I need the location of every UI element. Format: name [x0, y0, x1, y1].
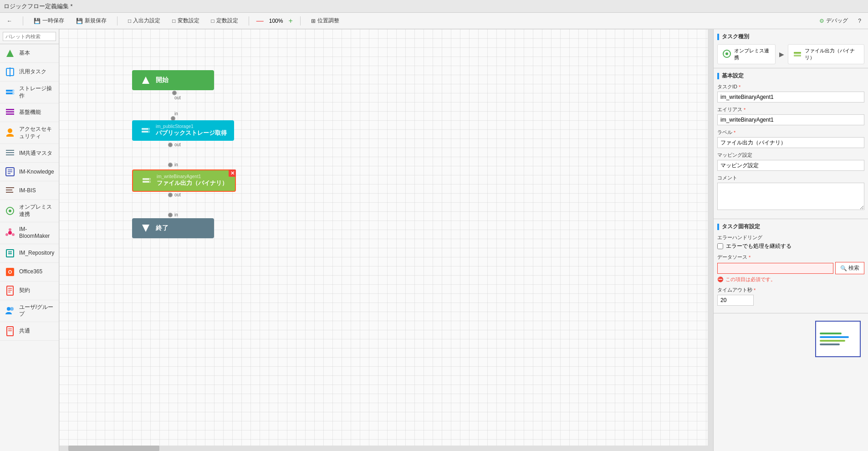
- canvas-scrollbar-horizontal[interactable]: [59, 446, 713, 451]
- imkyotsuu-icon: [5, 148, 15, 159]
- svg-point-35: [7, 307, 10, 311]
- sidebar-item-imbis[interactable]: IM-BIS: [0, 181, 59, 200]
- temp-save-icon: 💾: [34, 18, 41, 24]
- connector-end-in: in: [168, 212, 178, 217]
- onpure-icon: [5, 205, 15, 216]
- task-type-row: オンプレミス連携 ▶ ファイル出力（バイナリ）: [717, 44, 864, 64]
- sidebar-item-user[interactable]: ユーザ/グループ: [0, 300, 59, 322]
- node-end[interactable]: 終了: [132, 218, 214, 238]
- toolbar-sep-1: [23, 16, 23, 26]
- canvas-scrollbar-vertical[interactable]: [708, 29, 713, 446]
- alias-input[interactable]: [717, 114, 864, 125]
- sidebar-item-office[interactable]: O Office365: [0, 263, 59, 282]
- io-settings-button[interactable]: □ 入出力設定: [125, 15, 163, 26]
- zoom-minus-button[interactable]: —: [256, 17, 264, 25]
- sidebar-item-imknowledge[interactable]: IM-Knowledge: [0, 163, 59, 181]
- task-specific-section: タスク固有設定 エラーハンドリング エラーでも処理を継続する データソース *: [714, 219, 868, 313]
- timeout-input[interactable]: [717, 295, 754, 306]
- error-handling-checkbox[interactable]: [717, 243, 723, 249]
- section-bar-2: [717, 73, 719, 79]
- datasource-input[interactable]: [717, 263, 833, 274]
- section-bar-1: [717, 34, 719, 40]
- svg-point-47: [149, 178, 151, 179]
- task-specific-title: タスク固有設定: [717, 223, 864, 231]
- sidebar-search-input[interactable]: [3, 32, 56, 41]
- connector-storage-out: out: [168, 142, 181, 147]
- temp-save-button[interactable]: 💾 一時保存: [31, 15, 67, 26]
- svg-marker-0: [6, 50, 14, 57]
- sidebar-item-storage[interactable]: ストレージ操作: [0, 82, 59, 103]
- sidebar-item-imkyotsuu[interactable]: IM共通マスタ: [0, 144, 59, 163]
- zoom-plus-button[interactable]: +: [288, 17, 292, 25]
- io-icon: □: [128, 18, 131, 24]
- position-adjust-button[interactable]: ⊞ 位置調整: [308, 15, 342, 26]
- toolbar-sep-2: [117, 16, 117, 26]
- node-close-button[interactable]: ✕: [229, 169, 236, 177]
- timeout-required-star: *: [754, 287, 756, 293]
- connector-dot-in-2: [168, 163, 173, 167]
- sidebar-item-kiban[interactable]: 基盤機能: [0, 103, 59, 122]
- sidebar-item-imrepo[interactable]: IM_Repository: [0, 244, 59, 263]
- svg-rect-11: [6, 152, 14, 153]
- sidebar-item-kyotsuu[interactable]: 共通: [0, 322, 59, 341]
- svg-point-43: [148, 128, 150, 129]
- preview-area: [714, 313, 868, 364]
- task-type-from-icon: [722, 49, 731, 59]
- sidebar-item-kihon[interactable]: 基本: [0, 44, 59, 63]
- canvas-scroll-thumb[interactable]: [68, 446, 159, 451]
- svg-point-6: [13, 92, 14, 94]
- imbis-label: IM-BIS: [19, 187, 36, 195]
- node-file[interactable]: im_writeBinaryAgent1 ファイル出力（バイナリ） ✕: [132, 169, 236, 192]
- comment-field: コメント: [717, 174, 864, 211]
- error-icon: ⛔: [717, 277, 724, 282]
- task-type-to-box: ファイル出力（バイナリ）: [788, 44, 864, 64]
- preview-box: [815, 321, 861, 357]
- alias-required-star: *: [744, 107, 745, 113]
- imrepo-icon: [5, 248, 15, 259]
- comment-textarea[interactable]: [717, 183, 864, 210]
- access-icon: [5, 128, 15, 138]
- svg-point-21: [9, 210, 11, 212]
- sidebar-item-imbloom[interactable]: IM-BloomMaker: [0, 222, 59, 244]
- svg-rect-17: [6, 187, 14, 188]
- connector-label-in-1: in: [174, 111, 178, 116]
- connector-dot-3: [168, 193, 173, 197]
- back-button[interactable]: ←: [4, 16, 15, 26]
- mapping-input[interactable]: [717, 160, 864, 171]
- sidebar-item-access[interactable]: アクセスセキュリティ: [0, 122, 59, 144]
- task-id-field: タスクID *: [717, 83, 864, 102]
- debug-button[interactable]: ⚙ デバッグ: [816, 15, 851, 26]
- imknowledge-label: IM-Knowledge: [19, 169, 54, 176]
- datasource-search-button[interactable]: 🔍 検索: [835, 262, 864, 274]
- sidebar-item-keiyaku[interactable]: 契約: [0, 282, 59, 300]
- new-save-button[interactable]: 💾 新規保存: [73, 15, 110, 26]
- var-settings-button[interactable]: □ 変数設定: [169, 15, 202, 26]
- section-bar-3: [717, 224, 719, 230]
- svg-rect-19: [6, 192, 13, 193]
- svg-point-22: [8, 231, 12, 235]
- preview-line-3: [820, 340, 845, 342]
- sidebar-item-onpure[interactable]: オンプレミス連携: [0, 200, 59, 222]
- help-button[interactable]: ?: [855, 16, 864, 26]
- imknowledge-icon: [5, 166, 15, 177]
- user-icon: [5, 305, 15, 316]
- svg-rect-10: [6, 150, 14, 151]
- task-type-arrow-icon: ▶: [779, 51, 784, 58]
- datasource-row: 🔍 検索: [717, 262, 864, 274]
- node-start[interactable]: 開始: [132, 70, 214, 90]
- node-storage[interactable]: im_publicStorage1 パブリックストレージ取得: [132, 120, 234, 141]
- label-input[interactable]: [717, 137, 864, 148]
- imbloom-icon: [5, 227, 15, 238]
- access-label: アクセスセキュリティ: [19, 126, 54, 140]
- debug-icon: ⚙: [819, 18, 824, 24]
- kiban-label: 基盤機能: [19, 109, 41, 116]
- connector-label-2: out: [174, 142, 181, 147]
- canvas-area[interactable]: 開始 out in im_publicStorage1 パブリックストレージ取得…: [59, 29, 713, 451]
- title-bar: ロジックフロー定義編集 *: [0, 0, 868, 13]
- label-label: ラベル *: [717, 129, 864, 136]
- task-id-input[interactable]: [717, 92, 864, 102]
- start-icon: [139, 74, 152, 87]
- end-icon: [139, 222, 152, 235]
- const-settings-button[interactable]: □ 定数設定: [208, 15, 241, 26]
- sidebar-item-hanyou[interactable]: 汎用タスク: [0, 63, 59, 82]
